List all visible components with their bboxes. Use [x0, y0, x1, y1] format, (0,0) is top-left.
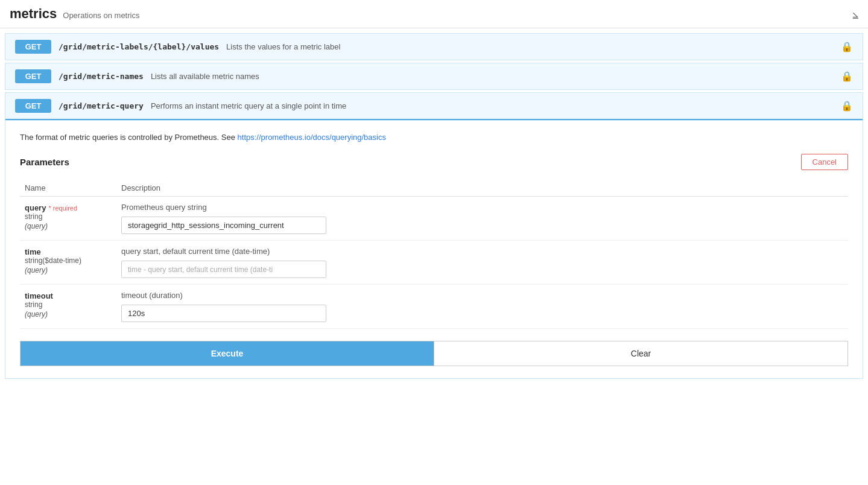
prometheus-link[interactable]: https://prometheus.io/docs/querying/basi…	[238, 133, 386, 142]
param-desc-cell-time: query start, default current time (date-…	[116, 241, 848, 285]
page-container: metrics Operations on metrics ⦥ GET /gri…	[0, 0, 868, 379]
endpoint-desc-names: Lists all available metric names	[151, 72, 259, 81]
endpoint-path-names: /grid/metric-names	[59, 72, 144, 81]
param-desc-cell-query: Prometheus query string	[116, 197, 848, 241]
endpoint-header-metric-names[interactable]: GET /grid/metric-names Lists all availab…	[5, 63, 863, 89]
params-title: Parameters	[20, 157, 69, 167]
param-name-cell-query: query* requiredstring(query)	[20, 197, 116, 241]
param-name-cell-timeout: timeoutstring(query)	[20, 285, 116, 329]
endpoint-metric-names: GET /grid/metric-names Lists all availab…	[5, 63, 863, 90]
param-desc-text-timeout: timeout (duration)	[121, 291, 843, 300]
params-header: Parameters Cancel	[20, 154, 848, 170]
method-badge-get-query: GET	[15, 99, 51, 113]
param-context-time: (query)	[25, 266, 48, 274]
collapse-icon[interactable]: ⦥	[852, 8, 858, 21]
col-description: Description	[116, 180, 848, 197]
lock-icon-names: 🔒	[841, 71, 853, 82]
param-input-query[interactable]	[121, 217, 326, 234]
expanded-content: The format of metric queries is controll…	[5, 120, 863, 378]
endpoint-desc-query: Performs an instant metric query at a si…	[151, 101, 346, 110]
method-badge-get-names: GET	[15, 69, 51, 83]
header-left: metrics Operations on metrics	[10, 6, 139, 22]
param-type-timeout: string	[25, 300, 112, 309]
endpoint-metric-query: GET /grid/metric-query Performs an insta…	[5, 92, 863, 379]
param-row-timeout: timeoutstring(query)timeout (duration)	[20, 285, 848, 329]
param-context-query: (query)	[25, 222, 48, 230]
endpoint-header-metric-query[interactable]: GET /grid/metric-query Performs an insta…	[5, 93, 863, 120]
param-name-timeout: timeout	[25, 291, 53, 300]
page-header: metrics Operations on metrics ⦥	[0, 0, 868, 28]
page-title: metrics	[10, 6, 57, 22]
param-desc-text-query: Prometheus query string	[121, 203, 843, 212]
clear-button[interactable]: Clear	[434, 341, 847, 366]
param-row-query: query* requiredstring(query)Prometheus q…	[20, 197, 848, 241]
prometheus-note-text: The format of metric queries is controll…	[20, 133, 238, 142]
param-type-query: string	[25, 212, 112, 221]
lock-icon-labels: 🔒	[841, 41, 853, 52]
param-type-time: string($date-time)	[25, 256, 112, 265]
endpoint-path-labels: /grid/metric-labels/{label}/values	[59, 42, 219, 51]
params-table: Name Description query* requiredstring(q…	[20, 180, 848, 329]
endpoint-metric-labels: GET /grid/metric-labels/{label}/values L…	[5, 33, 863, 60]
param-name-query: query	[25, 203, 46, 212]
param-row-time: timestring($date-time)(query)query start…	[20, 241, 848, 285]
prometheus-note: The format of metric queries is controll…	[20, 133, 848, 142]
param-desc-cell-timeout: timeout (duration)	[116, 285, 848, 329]
endpoint-desc-labels: Lists the values for a metric label	[226, 42, 340, 51]
endpoint-header-metric-labels[interactable]: GET /grid/metric-labels/{label}/values L…	[5, 34, 863, 60]
action-bar: Execute Clear	[20, 341, 848, 366]
col-name: Name	[20, 180, 116, 197]
endpoint-path-query: /grid/metric-query	[59, 101, 144, 110]
param-context-timeout: (query)	[25, 310, 48, 319]
param-input-time[interactable]	[121, 261, 326, 278]
page-subtitle: Operations on metrics	[63, 11, 139, 20]
param-desc-text-time: query start, default current time (date-…	[121, 247, 843, 256]
param-required-query: * required	[48, 204, 77, 212]
cancel-button[interactable]: Cancel	[801, 154, 848, 170]
param-input-timeout[interactable]	[121, 305, 326, 322]
param-name-cell-time: timestring($date-time)(query)	[20, 241, 116, 285]
lock-icon-query: 🔒	[841, 100, 853, 112]
execute-button[interactable]: Execute	[21, 341, 434, 366]
method-badge-get-labels: GET	[15, 40, 51, 54]
param-name-time: time	[25, 247, 41, 256]
